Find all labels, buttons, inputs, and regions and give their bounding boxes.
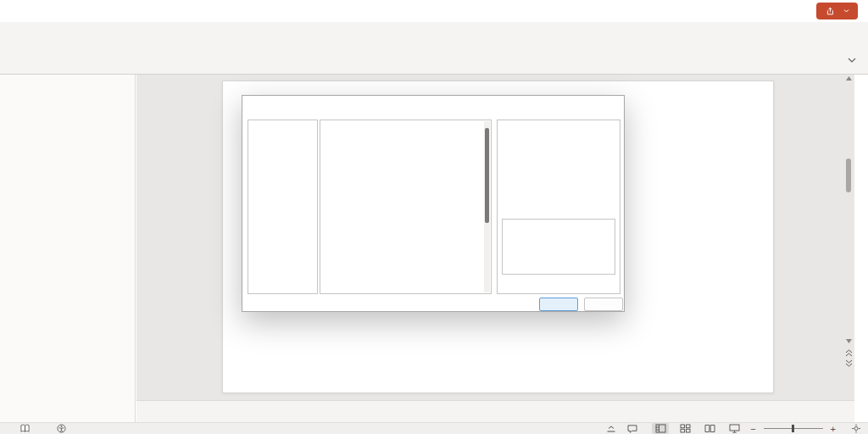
share-chevron-icon (843, 9, 849, 13)
preview-description (502, 219, 615, 275)
dialog-title (242, 96, 624, 118)
next-slide-button[interactable] (845, 359, 853, 367)
smartart-grid (320, 120, 492, 294)
share-icon (825, 6, 835, 17)
smartart-dialog (242, 95, 625, 312)
smartart-preview-pane (497, 120, 620, 294)
zoom-slider[interactable] (764, 428, 823, 429)
grid-scrollbar-thumb[interactable] (485, 128, 489, 223)
cancel-button[interactable] (584, 298, 623, 311)
closed-chevron-preview-graphic (498, 154, 620, 183)
slideshow-view-button[interactable] (726, 423, 743, 434)
slide-sorter-view-button[interactable] (676, 423, 693, 434)
notes-icon (606, 425, 616, 433)
dialog-close-button[interactable] (597, 96, 622, 118)
smartart-category-list (248, 120, 318, 294)
ok-button[interactable] (539, 298, 578, 311)
zoom-in-button[interactable]: + (831, 424, 836, 434)
zoom-out-button[interactable]: − (750, 424, 755, 434)
zoom-slider-thumb[interactable] (792, 425, 794, 432)
grid-scrollbar[interactable] (484, 121, 490, 292)
scroll-down-icon[interactable] (846, 339, 852, 343)
reading-view-button[interactable] (701, 423, 718, 434)
status-bar: − + (0, 422, 868, 434)
dialog-help-button[interactable] (573, 96, 598, 118)
share-button[interactable] (816, 3, 858, 19)
fit-slide-to-window-icon[interactable] (851, 424, 861, 433)
comments-icon (627, 425, 637, 433)
scroll-up-icon[interactable] (846, 76, 852, 81)
notes-toggle[interactable] (606, 425, 620, 433)
comments-toggle[interactable] (627, 425, 641, 433)
accessibility-icon (57, 424, 66, 433)
previous-slide-button[interactable] (845, 349, 853, 357)
proofing-book-icon[interactable] (20, 424, 30, 433)
canvas-scrollbar[interactable] (843, 75, 854, 400)
normal-view-button[interactable] (652, 423, 669, 434)
canvas-scrollbar-thumb[interactable] (846, 159, 851, 192)
slide-thumbnail-panel (0, 75, 136, 422)
menu-bar (0, 0, 868, 22)
notes-pane[interactable] (136, 400, 854, 422)
ribbon (0, 22, 868, 75)
accessibility-status[interactable] (57, 424, 70, 433)
